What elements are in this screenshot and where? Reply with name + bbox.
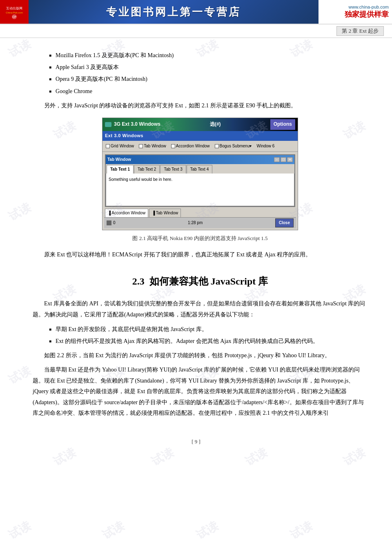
checkbox-bogus xyxy=(215,144,219,148)
logo: 互动出版网 China-Pub.com CP xyxy=(0,0,29,24)
screenshot-menubar: Ext 3.0 Windows xyxy=(102,131,298,141)
titlebar-options: Options xyxy=(270,119,295,130)
list-item: Opera 9 及更高版本(PC 和 Macintosh) xyxy=(49,74,368,84)
page-number: [ 9 ] xyxy=(0,438,392,453)
slogan-text: 独家提供样章 xyxy=(345,9,389,19)
list-item: 早期 Ext 的开发阶段，其底层代码是依附其他 JavaScript 库。 xyxy=(49,324,368,334)
window-controls: - □ × xyxy=(274,157,293,162)
tab-3[interactable]: Tab Text 3 xyxy=(160,165,186,174)
inner-window: Tab Window - □ × Tab Text 1 Tab Text 2 T… xyxy=(105,154,295,207)
restore-btn[interactable]: □ xyxy=(281,157,286,162)
tab-4[interactable]: Tab Text 4 xyxy=(187,165,212,174)
titlebar-signal: 选(#) xyxy=(210,120,221,129)
svg-text:互动出版网: 互动出版网 xyxy=(6,7,22,10)
minimize-btn[interactable]: - xyxy=(274,157,280,162)
list-item: Apple Safari 3 及更高版本 xyxy=(49,62,368,72)
bottom-tab-accordion[interactable]: ▐ Accordion Window xyxy=(105,209,148,217)
tab-content: Something useful would be in here. xyxy=(106,174,294,206)
list-item: Mozilla Firefox 1.5 及更高版本(PC 和 Macintosh… xyxy=(49,50,368,60)
paragraph-1: 另外，支持 JavaScript 的移动设备的浏览器亦可支持 Ext，如图 2.… xyxy=(33,100,368,111)
tab-1[interactable]: Tab Text 1 xyxy=(107,165,134,174)
main-content: Mozilla Firefox 1.5 及更高版本(PC 和 Macintosh… xyxy=(0,38,392,430)
svg-text:CP: CP xyxy=(12,16,16,18)
status-icon xyxy=(107,220,111,225)
screenshot-statusbar: 0 1:28 pm Close xyxy=(104,217,296,228)
paragraph-2: 原来 Ext 也可以这样地用！ECMAScript 开拓了我们的眼界，也真正地拓… xyxy=(33,249,368,260)
header-right-info: www.china-pub.com 独家提供样章 xyxy=(318,0,392,24)
logo-icon: 互动出版网 China-Pub.com CP xyxy=(4,2,24,22)
toolbar-window6[interactable]: Window 6 xyxy=(255,142,276,151)
paragraph-5: 当最早期 Ext 还是作为 Yahoo UI! Library(简称 YUI)的… xyxy=(33,365,368,419)
banner-text: 专业图书网上第一专营店 xyxy=(106,5,241,19)
figure-caption: 图 2.1 高端手机 Nokia E90 内嵌的浏览器支持 JavaScript… xyxy=(132,234,267,243)
chapter-label: 第 2 章 Ext 起步 xyxy=(336,26,384,36)
checkbox-accordion xyxy=(171,144,175,148)
list-item: Ext 的组件代码不是按其他 Ajax 库的风格写的。Adapter 会把其他 … xyxy=(49,336,368,346)
checkbox-grid xyxy=(106,144,110,148)
titlebar-left: 3G Ext 3.0 Windows xyxy=(105,120,160,129)
bottom-tab-tabwindow[interactable]: ▐ Tab Window xyxy=(149,209,181,217)
section-heading: 2.3 如何兼容其他 JavaScript 库 xyxy=(33,273,368,290)
header-banner: 专业图书网上第一专营店 xyxy=(29,0,318,24)
browser-list: Mozilla Firefox 1.5 及更高版本(PC 和 Macintosh… xyxy=(49,50,368,96)
titlebar-icon xyxy=(105,122,111,127)
svg-text:China-Pub.com: China-Pub.com xyxy=(6,11,22,14)
chapter-bar: 第 2 章 Ext 起步 xyxy=(0,24,392,38)
inner-titlebar: Tab Window - □ × xyxy=(106,155,294,164)
bottom-tabs: ▐ Accordion Window ▐ Tab Window xyxy=(104,208,296,217)
section-number: 2.3 xyxy=(132,276,145,287)
close-btn[interactable]: × xyxy=(287,157,293,162)
tab-bar: Tab Text 1 Tab Text 2 Tab Text 3 Tab Tex… xyxy=(106,164,294,174)
page-header: 互动出版网 China-Pub.com CP 专业图书网上第一专营店 www.c… xyxy=(0,0,392,24)
section-title: 如何兼容其他 JavaScript 库 xyxy=(149,276,268,287)
toolbar-grid[interactable]: Grid Window xyxy=(104,142,136,151)
paragraph-3: Ext 库具备全面的 API，尝试着为我们提供完整的整合开发平台，但是如果结合遗… xyxy=(33,298,368,320)
close-status-btn[interactable]: Close xyxy=(275,218,294,227)
website-url: www.china-pub.com xyxy=(349,4,389,9)
figure-2-1: 3G Ext 3.0 Windows 选(#) Options Ext 3.0 … xyxy=(33,118,368,243)
paragraph-4: 如图 2.2 所示，当前 Ext 为流行的 JavaScript 库提供了功能的… xyxy=(33,350,368,361)
tab-2[interactable]: Tab Text 2 xyxy=(134,165,160,174)
checkbox-tab xyxy=(139,144,143,148)
screenshot-content: Tab Window - □ × Tab Text 1 Tab Text 2 T… xyxy=(102,152,298,230)
screenshot-mockup: 3G Ext 3.0 Windows 选(#) Options Ext 3.0 … xyxy=(102,118,298,230)
list-item: Google Chrome xyxy=(49,86,368,96)
adapter-list: 早期 Ext 的开发阶段，其底层代码是依附其他 JavaScript 库。 Ex… xyxy=(49,324,368,346)
screenshot-titlebar: 3G Ext 3.0 Windows 选(#) Options xyxy=(102,118,298,131)
toolbar-bogus[interactable]: Bogus Submenu▾ xyxy=(213,142,254,151)
titlebar-text: 3G Ext 3.0 Windows xyxy=(114,120,160,129)
toolbar-tab[interactable]: Tab Window xyxy=(137,142,167,151)
status-left: 0 xyxy=(107,219,116,227)
toolbar-accordion[interactable]: Accordion Window xyxy=(169,142,212,151)
screenshot-toolbar: Grid Window Tab Window Accordion Window … xyxy=(102,141,298,152)
